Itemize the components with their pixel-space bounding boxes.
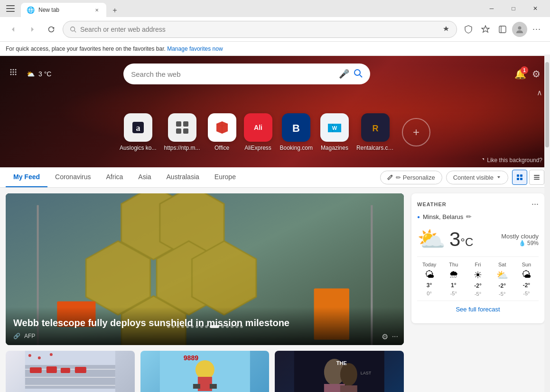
svg-rect-23 <box>176 128 181 134</box>
settings-button[interactable]: ⚙ <box>532 68 541 80</box>
tab-bar: 🌐 New tab ✕ + <box>21 0 477 17</box>
office-icon <box>208 113 236 142</box>
search-icon[interactable] <box>353 68 363 80</box>
tab-close-button[interactable]: ✕ <box>93 6 101 14</box>
tab-australasia[interactable]: Australasia <box>159 167 207 187</box>
aliexpress-label: AliExpress <box>244 145 271 151</box>
dot-11 <box>221 325 224 328</box>
favorites-button[interactable] <box>478 22 493 37</box>
active-tab[interactable]: 🌐 New tab ✕ <box>21 3 106 17</box>
tab-icon: 🌐 <box>27 6 35 14</box>
quick-link-office[interactable]: Office <box>208 113 236 151</box>
quick-link-aliexpress[interactable]: Ali AliExpress <box>244 113 272 151</box>
manage-favorites-link[interactable]: Manage favorites now <box>167 46 223 52</box>
add-shortcut-button[interactable]: + <box>402 118 430 146</box>
forward-button[interactable] <box>25 22 40 37</box>
weather-humidity: 💧 59% <box>501 240 539 246</box>
weather-card: WEATHER ··· ● Minsk, Belarus ✏ ⛅ 3°C <box>411 193 544 323</box>
booking-icon: B <box>282 113 310 142</box>
address-bar[interactable] <box>63 21 457 38</box>
like-background-button[interactable]: Like this background? <box>479 157 542 164</box>
svg-rect-5 <box>499 26 506 33</box>
collections-button[interactable] <box>495 22 510 37</box>
back-button[interactable] <box>6 22 21 37</box>
location-edit-button[interactable]: ✏ <box>466 213 472 220</box>
quick-link-magazines[interactable]: W Magazines <box>320 113 349 151</box>
hero-right-actions: 🔔 1 ⚙ <box>514 68 541 80</box>
refresh-button[interactable] <box>44 22 59 37</box>
hero-search-bar[interactable]: 🎤 <box>123 64 370 84</box>
browser-essentials-button[interactable] <box>461 22 476 37</box>
hero-weather-widget: ⛅ 3 °C <box>27 70 51 78</box>
sidebar-toggle[interactable] <box>4 2 17 15</box>
dot-3 <box>177 325 179 328</box>
celeb-image: THE LAST <box>275 351 404 392</box>
tab-coronavirus[interactable]: Coronavirus <box>47 167 98 187</box>
maximize-button[interactable]: □ <box>503 0 524 17</box>
rentalcars-icon: R <box>361 113 390 142</box>
list-view-icon <box>533 174 540 181</box>
tab-africa[interactable]: Africa <box>99 167 131 187</box>
notifications-button[interactable]: 🔔 1 <box>514 68 526 80</box>
aliexpress-icon: Ali <box>244 113 272 142</box>
game-image: 9889 798 15 10 <box>140 351 270 392</box>
list-view-button[interactable] <box>529 170 544 185</box>
weather-forecast: Today 🌤 3° 0° Thu 🌨 1° -5° Fri ☀ - <box>417 256 539 297</box>
new-tab-button[interactable]: + <box>108 4 121 17</box>
svg-text:Ali: Ali <box>254 124 262 131</box>
quick-link-auslogics[interactable]: a Auslogics ko... <box>120 113 156 151</box>
weather-more-button[interactable]: ··· <box>531 199 539 209</box>
search-icon <box>70 26 76 33</box>
microphone-icon[interactable]: 🎤 <box>339 69 349 79</box>
forecast-today: Today 🌤 3° 0° <box>417 262 441 297</box>
svg-rect-30 <box>520 174 522 177</box>
article-settings-button[interactable]: ⚙ <box>382 332 388 341</box>
forecast-thu: Thu 🌨 1° -5° <box>441 262 466 297</box>
game-card[interactable]: 9889 798 15 10 <box>140 351 270 392</box>
minimize-button[interactable]: ─ <box>481 0 503 17</box>
article-more-button[interactable]: ··· <box>392 332 398 341</box>
apps-grid-button[interactable] <box>9 68 19 80</box>
quick-link-booking[interactable]: B Booking.com <box>280 113 313 151</box>
svg-point-11 <box>10 72 12 73</box>
traffic-card[interactable] <box>6 351 135 392</box>
tab-my-feed[interactable]: My Feed <box>6 167 47 187</box>
titlebar: 🌐 New tab ✕ + ─ □ ✕ <box>0 0 550 17</box>
svg-rect-21 <box>176 121 181 127</box>
tab-asia[interactable]: Asia <box>131 167 158 187</box>
celeb-card[interactable]: THE LAST <box>275 351 404 392</box>
dot-6 <box>191 325 194 328</box>
office-label: Office <box>214 145 229 151</box>
more-icon: ··· <box>532 24 541 34</box>
location-dot-icon: ● <box>417 214 420 219</box>
quick-link-rentalcars[interactable]: R Rentalcars.com <box>356 113 394 151</box>
svg-point-60 <box>50 353 53 356</box>
hero-search-input[interactable] <box>131 70 335 78</box>
svg-rect-57 <box>75 367 86 373</box>
svg-line-18 <box>360 75 362 77</box>
quick-link-ntp[interactable]: https://ntp.m... <box>164 113 200 151</box>
address-input[interactable] <box>80 26 438 33</box>
close-button[interactable]: ✕ <box>524 0 546 17</box>
content-visible-button[interactable]: Content visible <box>446 171 508 184</box>
more-button[interactable]: ··· <box>529 22 544 37</box>
svg-point-17 <box>354 70 360 75</box>
profile-button[interactable] <box>512 22 527 37</box>
personalize-button[interactable]: ✏ Personalize <box>380 171 442 184</box>
hero-collapse-button[interactable]: ∧ <box>537 88 542 97</box>
svg-rect-32 <box>520 178 522 180</box>
grid-view-button[interactable] <box>512 170 527 185</box>
see-full-forecast-button[interactable]: See full forecast <box>417 301 539 318</box>
svg-rect-53 <box>25 385 115 386</box>
svg-rect-65 <box>210 384 217 389</box>
main-article[interactable]: Webb telescope fully deploys sunshield i… <box>6 193 404 345</box>
scrollbar[interactable] <box>544 55 550 392</box>
traffic-image <box>6 351 135 392</box>
weather-header: WEATHER ··· <box>417 199 539 209</box>
ntp-label: https://ntp.m... <box>164 145 200 151</box>
booking-label: Booking.com <box>280 145 313 151</box>
pencil-icon <box>387 174 393 180</box>
feed-content: Webb telescope fully deploys sunshield i… <box>0 188 550 392</box>
tab-europe[interactable]: Europe <box>207 167 243 187</box>
feed-section: My Feed Coronavirus Africa Asia Australa… <box>0 167 550 392</box>
